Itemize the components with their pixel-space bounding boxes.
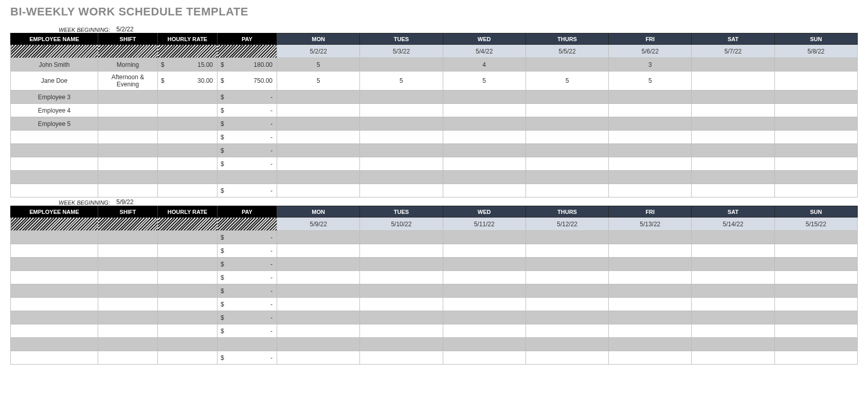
shift-cell[interactable]	[98, 284, 158, 298]
shift-cell[interactable]	[98, 298, 158, 311]
hours-cell[interactable]	[360, 351, 443, 365]
hours-cell[interactable]	[277, 117, 360, 131]
employee-cell[interactable]	[11, 231, 98, 244]
employee-cell[interactable]	[11, 298, 98, 311]
employee-cell[interactable]	[11, 171, 98, 184]
hours-cell[interactable]	[692, 58, 774, 71]
rate-cell[interactable]	[158, 284, 218, 298]
hours-cell[interactable]	[277, 298, 360, 311]
hours-cell[interactable]	[443, 351, 526, 365]
hours-cell[interactable]	[526, 258, 608, 271]
hours-cell[interactable]	[526, 117, 608, 131]
hours-cell[interactable]: 5	[609, 71, 692, 91]
hours-cell[interactable]	[443, 338, 526, 351]
hours-cell[interactable]	[774, 71, 857, 91]
hours-cell[interactable]	[692, 338, 774, 351]
hours-cell[interactable]	[526, 271, 608, 284]
hours-cell[interactable]	[277, 244, 360, 258]
hours-cell[interactable]	[360, 171, 443, 184]
hours-cell[interactable]	[692, 171, 774, 184]
hours-cell[interactable]	[443, 144, 526, 157]
hours-cell[interactable]	[609, 144, 692, 157]
hours-cell[interactable]	[443, 298, 526, 311]
hours-cell[interactable]	[692, 157, 774, 171]
rate-cell[interactable]	[158, 144, 218, 157]
hours-cell[interactable]	[774, 58, 857, 71]
hours-cell[interactable]	[774, 311, 857, 324]
hours-cell[interactable]	[360, 131, 443, 144]
hours-cell[interactable]	[692, 117, 774, 131]
hours-cell[interactable]: 5	[360, 71, 443, 91]
hours-cell[interactable]	[774, 184, 857, 197]
employee-cell[interactable]: John Smith	[11, 58, 98, 71]
hours-cell[interactable]	[360, 284, 443, 298]
hours-cell[interactable]	[443, 104, 526, 117]
hours-cell[interactable]	[609, 311, 692, 324]
hours-cell[interactable]	[774, 298, 857, 311]
shift-cell[interactable]	[98, 117, 158, 131]
employee-cell[interactable]: Employee 5	[11, 117, 98, 131]
hours-cell[interactable]	[526, 298, 608, 311]
hours-cell[interactable]	[277, 171, 360, 184]
hours-cell[interactable]	[526, 231, 608, 244]
hours-cell[interactable]	[774, 271, 857, 284]
hours-cell[interactable]	[774, 171, 857, 184]
hours-cell[interactable]	[526, 244, 608, 258]
hours-cell[interactable]	[277, 104, 360, 117]
hours-cell[interactable]	[277, 144, 360, 157]
rate-cell[interactable]	[158, 231, 218, 244]
hours-cell[interactable]	[774, 104, 857, 117]
hours-cell[interactable]	[774, 258, 857, 271]
rate-cell[interactable]	[158, 157, 218, 171]
hours-cell[interactable]	[443, 244, 526, 258]
employee-cell[interactable]: Employee 3	[11, 91, 98, 104]
hours-cell[interactable]	[360, 117, 443, 131]
employee-cell[interactable]	[11, 144, 98, 157]
shift-cell[interactable]	[98, 171, 158, 184]
hours-cell[interactable]	[526, 184, 608, 197]
hours-cell[interactable]	[277, 184, 360, 197]
hours-cell[interactable]	[609, 298, 692, 311]
hours-cell[interactable]: 3	[609, 58, 692, 71]
rate-cell[interactable]	[158, 244, 218, 258]
employee-cell[interactable]	[11, 131, 98, 144]
hours-cell[interactable]	[526, 311, 608, 324]
hours-cell[interactable]	[360, 104, 443, 117]
hours-cell[interactable]	[443, 271, 526, 284]
rate-cell[interactable]	[158, 171, 218, 184]
hours-cell[interactable]	[277, 131, 360, 144]
shift-cell[interactable]: Morning	[98, 58, 158, 71]
rate-cell[interactable]	[158, 184, 218, 197]
hours-cell[interactable]	[774, 284, 857, 298]
hours-cell[interactable]	[692, 271, 774, 284]
hours-cell[interactable]	[360, 258, 443, 271]
hours-cell[interactable]	[692, 351, 774, 365]
hours-cell[interactable]: 5	[277, 58, 360, 71]
hours-cell[interactable]	[526, 131, 608, 144]
hours-cell[interactable]	[443, 184, 526, 197]
hours-cell[interactable]	[443, 324, 526, 338]
hours-cell[interactable]	[360, 157, 443, 171]
shift-cell[interactable]	[98, 351, 158, 365]
hours-cell[interactable]	[609, 338, 692, 351]
employee-cell[interactable]: Jane Doe	[11, 71, 98, 91]
hours-cell[interactable]	[443, 91, 526, 104]
hours-cell[interactable]	[526, 157, 608, 171]
hours-cell[interactable]	[692, 298, 774, 311]
hours-cell[interactable]	[774, 131, 857, 144]
hours-cell[interactable]	[774, 231, 857, 244]
hours-cell[interactable]	[609, 117, 692, 131]
hours-cell[interactable]	[609, 244, 692, 258]
rate-cell[interactable]	[158, 271, 218, 284]
rate-cell[interactable]	[158, 338, 218, 351]
hours-cell[interactable]	[277, 271, 360, 284]
hours-cell[interactable]	[692, 311, 774, 324]
hours-cell[interactable]	[443, 311, 526, 324]
hours-cell[interactable]	[774, 244, 857, 258]
employee-cell[interactable]	[11, 324, 98, 338]
hours-cell[interactable]: 5	[277, 71, 360, 91]
hours-cell[interactable]	[277, 284, 360, 298]
hours-cell[interactable]	[692, 71, 774, 91]
hours-cell[interactable]	[692, 144, 774, 157]
hours-cell[interactable]	[526, 91, 608, 104]
